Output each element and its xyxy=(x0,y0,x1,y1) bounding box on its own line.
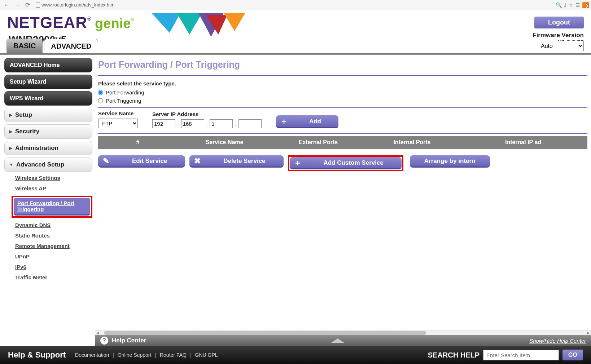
language-select[interactable]: Auto xyxy=(537,41,584,51)
ip-octet-4[interactable] xyxy=(238,119,262,128)
zoom-icon[interactable]: 🔍 xyxy=(556,2,562,8)
radio-port-triggering-input[interactable] xyxy=(98,98,103,103)
scroll-right-icon[interactable]: ▶ xyxy=(586,331,591,335)
tabs-row: BASIC ADVANCED xyxy=(6,39,98,53)
star-icon[interactable]: ☆ xyxy=(569,2,573,8)
ip-octet-3[interactable] xyxy=(210,119,233,128)
table-header: # Service Name External Ports Internal P… xyxy=(98,136,587,149)
menu-icon[interactable]: ☰ xyxy=(575,2,580,8)
link-router-faq[interactable]: Router FAQ xyxy=(160,352,187,358)
back-icon[interactable]: ← xyxy=(2,1,11,9)
col-internal-ports: Internal Ports xyxy=(365,139,459,146)
col-index: # xyxy=(98,139,178,146)
pencil-icon: ✎ xyxy=(98,156,114,166)
arrange-button[interactable]: Arrange by intern xyxy=(410,155,490,168)
page-icon xyxy=(36,3,40,8)
app-header: NETGEAR® genie® WNR2000v5 Logout Firmwar… xyxy=(0,10,591,53)
content-area: Port Forwarding / Port Triggering Please… xyxy=(95,55,591,346)
footer-title: Help & Support xyxy=(8,350,66,360)
sub-upnp[interactable]: UPnP xyxy=(15,253,92,259)
add-button[interactable]: ＋ Add xyxy=(276,115,338,128)
language-dropdown[interactable]: Auto xyxy=(537,41,584,51)
footer-search: SEARCH HELP GO xyxy=(428,350,583,360)
col-service-name: Service Name xyxy=(178,139,271,146)
plus-icon: ＋ xyxy=(290,157,306,168)
sub-port-forwarding-highlight: Port Forwarding / Port Triggering xyxy=(12,196,92,218)
sub-port-forwarding[interactable]: Port Forwarding / Port Triggering xyxy=(14,198,90,216)
footer-links: Documentation | Online Support | Router … xyxy=(75,352,218,358)
chevron-up-icon[interactable] xyxy=(331,338,344,343)
sidebar-advanced-home[interactable]: ADVANCED Home xyxy=(4,58,92,72)
address-bar[interactable]: www.routerlogin.net/adv_index.htm xyxy=(34,2,553,8)
sidebar-cat-administration[interactable]: ▶Administration xyxy=(4,141,92,155)
divider xyxy=(98,75,587,76)
tab-advanced[interactable]: ADVANCED xyxy=(44,39,98,53)
radio-port-triggering[interactable]: Port Triggering xyxy=(98,98,587,104)
sub-static-routes[interactable]: Static Routes xyxy=(15,232,92,239)
kites-graphic xyxy=(152,13,260,37)
help-icon: ? xyxy=(100,337,108,345)
add-custom-highlight: ＋ Add Custom Service xyxy=(288,155,403,171)
add-custom-service-button[interactable]: ＋ Add Custom Service xyxy=(290,157,402,169)
extension-icon[interactable] xyxy=(582,2,589,8)
scroll-thumb[interactable] xyxy=(104,331,426,335)
page-title: Port Forwarding / Port Triggering xyxy=(98,59,587,70)
radio-port-forwarding[interactable]: Port Forwarding xyxy=(98,89,587,96)
service-name-select[interactable]: FTP xyxy=(98,119,138,128)
sub-wireless-ap[interactable]: Wireless AP xyxy=(15,185,92,191)
chevron-right-icon: ▶ xyxy=(9,112,12,117)
server-ip-group: Server IP Address . . . xyxy=(152,111,262,128)
sub-ipv6[interactable]: IPv6 xyxy=(15,264,92,270)
sidebar-cat-advanced-setup[interactable]: ▼Advanced Setup xyxy=(4,157,92,172)
tab-basic[interactable]: BASIC xyxy=(6,39,43,53)
chevron-right-icon: ▶ xyxy=(9,146,12,151)
url-text: www.routerlogin.net/adv_index.htm xyxy=(41,2,114,8)
go-button[interactable]: GO xyxy=(562,350,583,360)
sidebar-setup-wizard[interactable]: Setup Wizard xyxy=(4,75,92,89)
sidebar-wps-wizard[interactable]: WPS Wizard xyxy=(4,91,92,106)
close-icon: ✖ xyxy=(189,156,205,166)
search-help-input[interactable] xyxy=(483,350,559,360)
sub-traffic-meter[interactable]: Traffic Meter xyxy=(15,274,92,280)
ip-octet-1[interactable] xyxy=(152,119,175,128)
footer: Help & Support Documentation | Online Su… xyxy=(0,346,591,364)
radio-port-forwarding-input[interactable] xyxy=(98,90,103,95)
delete-service-button[interactable]: ✖ Delete Service xyxy=(189,155,283,168)
netgear-logo: NETGEAR® xyxy=(7,14,91,32)
col-internal-ip: Internal IP ad xyxy=(459,139,587,146)
help-center-bar[interactable]: ? Help Center Show/Hide Help Center xyxy=(95,335,591,346)
link-documentation[interactable]: Documentation xyxy=(75,352,109,358)
advanced-setup-sublist: Wireless Settings Wireless AP Port Forwa… xyxy=(4,175,92,280)
reload-icon[interactable]: ⟳ xyxy=(24,1,31,9)
sub-wireless-settings[interactable]: Wireless Settings xyxy=(15,175,92,181)
browser-toolbar: ← → ⟳ www.routerlogin.net/adv_index.htm … xyxy=(0,0,591,10)
svg-marker-1 xyxy=(177,13,202,35)
divider xyxy=(98,107,587,108)
sidebar-cat-setup[interactable]: ▶Setup xyxy=(4,108,92,122)
plus-icon: ＋ xyxy=(276,116,292,127)
help-center-title: Help Center xyxy=(112,337,146,344)
key-icon[interactable]: ♩ xyxy=(564,2,566,8)
service-name-group: Service Name FTP xyxy=(98,110,138,128)
chevron-down-icon: ▼ xyxy=(9,162,13,167)
sidebar-cat-security[interactable]: ▶Security xyxy=(4,124,92,139)
actions-row: ✎ Edit Service ✖ Delete Service ＋ Add Cu… xyxy=(98,155,587,171)
service-type-instruction: Please select the service type. xyxy=(98,80,587,86)
sub-remote-management[interactable]: Remote Management xyxy=(15,243,92,249)
forward-icon[interactable]: → xyxy=(13,1,22,9)
link-online-support[interactable]: Online Support xyxy=(118,352,151,358)
horizontal-scrollbar[interactable]: ◀ ▶ xyxy=(95,330,591,335)
showhide-help-link[interactable]: Show/Hide Help Center xyxy=(529,338,586,344)
genie-logo: genie® xyxy=(95,16,134,31)
server-ip-label: Server IP Address xyxy=(152,111,262,117)
logo-block: NETGEAR® genie® xyxy=(7,14,134,32)
search-help-label: SEARCH HELP xyxy=(428,351,480,359)
chevron-right-icon: ▶ xyxy=(9,129,12,134)
logout-button[interactable]: Logout xyxy=(534,17,584,28)
edit-service-button[interactable]: ✎ Edit Service xyxy=(98,155,185,168)
scroll-left-icon[interactable]: ◀ xyxy=(95,331,100,335)
sub-dynamic-dns[interactable]: Dynamic DNS xyxy=(15,222,92,228)
link-gnu-gpl[interactable]: GNU GPL xyxy=(195,352,218,358)
col-external-ports: External Ports xyxy=(271,139,365,146)
ip-octet-2[interactable] xyxy=(181,119,204,128)
